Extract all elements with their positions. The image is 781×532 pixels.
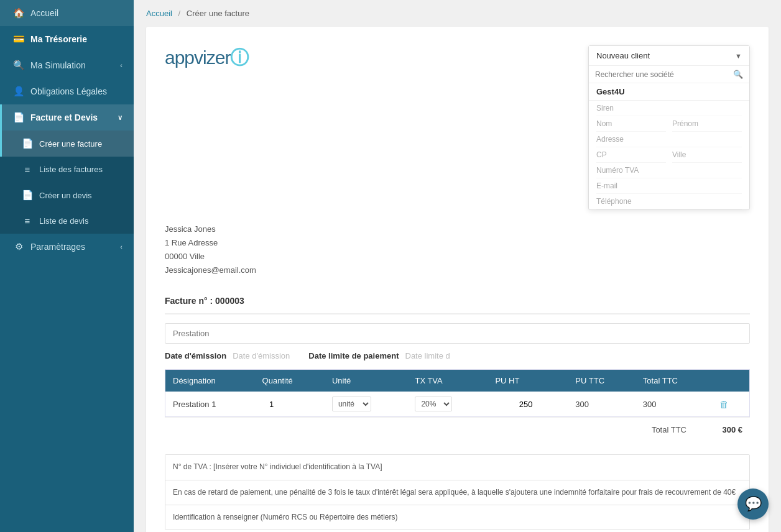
sidebar-item-obligations[interactable]: 👤 Obligations Légales [0, 78, 134, 104]
sidebar-item-liste-factures[interactable]: ≡ Liste des factures [0, 157, 134, 182]
tva-select[interactable]: 20% 10% 5.5% 0% [415, 397, 452, 411]
document-icon: 📄 [22, 190, 33, 201]
sidebar-item-creer-devis[interactable]: 📄 Créer un devis [0, 182, 134, 208]
client-ville-field[interactable]: Ville [672, 147, 742, 163]
client-dropdown-label: Nouveau client [596, 51, 650, 60]
breadcrumb: Accueil / Créer une facture [134, 0, 781, 27]
list-icon: ≡ [22, 216, 33, 226]
logo: appvizerⓘ [165, 45, 248, 71]
client-nom-prenom-row: Nom Prénom [596, 116, 742, 132]
sender-address2: 00000 Ville [165, 250, 750, 264]
row-designation[interactable]: Prestation 1 [165, 392, 255, 417]
col-tx-tva: TX TVA [407, 370, 488, 392]
sidebar-item-tresorerie[interactable]: 💳 Ma Trésorerie [0, 26, 134, 52]
client-prenom-field[interactable]: Prénom [672, 116, 742, 132]
client-search-row: 🔍 [589, 66, 749, 83]
search-icon: 🔍 [13, 60, 24, 71]
col-designation: Désignation [165, 370, 255, 392]
client-panel: Nouveau client ▼ 🔍 Gest4U Siren Nom Prén… [588, 45, 750, 210]
client-telephone-field[interactable]: Téléphone [596, 194, 742, 209]
invoice-number-label: Facture n° : [165, 296, 213, 306]
sidebar-item-label: Paramètrages [30, 242, 85, 252]
row-delete[interactable]: 🗑 [712, 392, 750, 417]
chevron-icon: ‹ [120, 62, 122, 69]
sender-info: Jessica Jones 1 Rue Adresse 00000 Ville … [165, 222, 750, 277]
client-cp-field[interactable]: CP [596, 147, 666, 163]
prestation-field[interactable] [165, 323, 750, 344]
date-emission-input[interactable]: Date d'émission [233, 351, 290, 360]
sidebar-item-liste-devis[interactable]: ≡ Liste de devis [0, 208, 134, 234]
row-total-ttc: 300 [635, 392, 712, 417]
invoice-number: Facture n° : 000003 [165, 296, 750, 314]
breadcrumb-home-link[interactable]: Accueil [146, 9, 172, 18]
client-form: Siren Nom Prénom Adresse CP Ville Numéro… [589, 101, 749, 209]
date-limite-field: Date limite de paiement Date limite d [308, 351, 450, 360]
sidebar-item-label: Liste des factures [39, 165, 103, 174]
card-icon: 💳 [13, 34, 24, 45]
sidebar-item-simulation[interactable]: 🔍 Ma Simulation ‹ [0, 52, 134, 78]
invoice-card: appvizerⓘ Nouveau client ▼ 🔍 Gest4U Sire… [146, 27, 769, 532]
row-unite[interactable]: unité heure jour [325, 392, 408, 417]
chat-icon: 💬 [745, 496, 762, 512]
date-limite-label: Date limite de paiement [308, 351, 399, 360]
main-content: Accueil / Créer une facture appvizerⓘ No… [134, 0, 781, 532]
user-icon: 👤 [13, 86, 24, 97]
sidebar-item-facture[interactable]: 📄 Facture et Devis ∨ [0, 104, 134, 131]
legal-identification-text[interactable]: Identification à renseigner (Numéro RCS … [165, 505, 749, 530]
table-header-row: Désignation Quantité Unité TX TVA PU HT … [165, 370, 750, 392]
client-search-input[interactable] [595, 70, 733, 79]
row-pu-ht[interactable] [488, 392, 568, 417]
sender-name: Jessica Jones [165, 222, 750, 236]
col-pu-ttc: PU TTC [568, 370, 635, 392]
legal-penalite-text[interactable]: En cas de retard de paiement, une pénali… [165, 480, 749, 505]
delete-row-icon[interactable]: 🗑 [719, 399, 729, 410]
sidebar-item-label: Ma Trésorerie [30, 34, 87, 44]
chat-button[interactable]: 💬 [737, 488, 769, 520]
row-quantite[interactable] [255, 392, 325, 417]
quantity-input[interactable] [262, 400, 281, 409]
client-nom-field[interactable]: Nom [596, 116, 666, 132]
client-adresse-field[interactable]: Adresse [596, 132, 742, 147]
legal-section: N° de TVA : [Insérer votre N° individuel… [165, 454, 750, 530]
sidebar-item-label: Créer une facture [39, 139, 102, 149]
sidebar-item-label: Facture et Devis [30, 112, 98, 122]
col-total-ttc: Total TTC [635, 370, 712, 392]
sidebar-item-label: Obligations Légales [30, 86, 107, 96]
col-quantite: Quantité [255, 370, 325, 392]
list-icon: ≡ [22, 164, 33, 175]
client-tva-field[interactable]: Numéro TVA [596, 163, 742, 178]
pu-ht-input[interactable] [495, 400, 532, 409]
row-tx-tva[interactable]: 20% 10% 5.5% 0% [407, 392, 488, 417]
sidebar-item-label: Créer un devis [39, 191, 92, 200]
home-icon: 🏠 [13, 7, 24, 19]
col-pu-ht: PU HT [488, 370, 568, 392]
invoice-number-value: 000003 [215, 296, 244, 306]
sidebar: 🏠 Accueil 💳 Ma Trésorerie 🔍 Ma Simulatio… [0, 0, 134, 532]
logo-area: appvizerⓘ [165, 45, 248, 210]
client-siren-field[interactable]: Siren [596, 101, 742, 116]
client-email-field[interactable]: E-mail [596, 178, 742, 194]
sidebar-item-label: Liste de devis [39, 216, 89, 226]
dates-row: Date d'émission Date d'émission Date lim… [165, 351, 750, 360]
client-company-name: Gest4U [589, 83, 749, 101]
search-icon: 🔍 [733, 70, 743, 79]
invoice-table: Désignation Quantité Unité TX TVA PU HT … [165, 369, 750, 417]
sidebar-item-accueil[interactable]: 🏠 Accueil [0, 0, 134, 26]
row-pu-ttc: 300 [568, 392, 635, 417]
total-row: Total TTC 300 € [165, 417, 750, 442]
client-cp-ville-row: CP Ville [596, 147, 742, 163]
date-limite-input[interactable]: Date limite d [405, 351, 450, 360]
table-row: Prestation 1 unité heure jour 20% [165, 392, 750, 417]
client-dropdown[interactable]: Nouveau client ▼ [589, 46, 749, 66]
total-value: 300 € [705, 425, 742, 434]
sidebar-item-label: Accueil [30, 8, 58, 18]
prestation-input[interactable] [165, 324, 749, 343]
unite-select[interactable]: unité heure jour [332, 397, 371, 411]
breadcrumb-current: Créer une facture [187, 9, 249, 18]
gear-icon: ⚙ [13, 241, 24, 252]
legal-tva-text[interactable]: N° de TVA : [Insérer votre N° individuel… [165, 455, 749, 480]
col-unite: Unité [325, 370, 408, 392]
sender-email: Jessicajones@email.com [165, 264, 750, 277]
sidebar-item-creer-facture[interactable]: 📄 Créer une facture [0, 131, 134, 157]
sidebar-item-parametrages[interactable]: ⚙ Paramètrages ‹ [0, 234, 134, 260]
